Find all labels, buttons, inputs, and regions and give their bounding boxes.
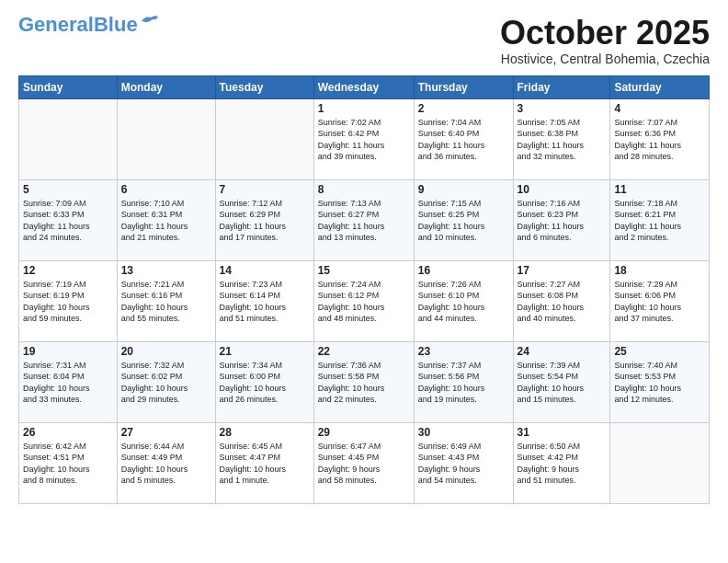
- day-number: 31: [518, 426, 607, 439]
- day-number: 29: [318, 426, 410, 439]
- col-friday: Friday: [513, 75, 610, 98]
- table-row: 9Sunrise: 7:15 AM Sunset: 6:25 PM Daylig…: [414, 179, 513, 260]
- day-info: Sunrise: 6:45 AM Sunset: 4:47 PM Dayligh…: [220, 441, 310, 487]
- day-info: Sunrise: 7:09 AM Sunset: 6:33 PM Dayligh…: [23, 198, 113, 244]
- day-number: 18: [614, 264, 705, 277]
- table-row: 18Sunrise: 7:29 AM Sunset: 6:06 PM Dayli…: [610, 260, 710, 341]
- table-row: 24Sunrise: 7:39 AM Sunset: 5:54 PM Dayli…: [513, 341, 610, 422]
- table-row: [215, 98, 313, 179]
- day-info: Sunrise: 7:40 AM Sunset: 5:53 PM Dayligh…: [614, 360, 705, 406]
- col-saturday: Saturday: [610, 75, 710, 98]
- table-row: 14Sunrise: 7:23 AM Sunset: 6:14 PM Dayli…: [215, 260, 313, 341]
- day-number: 9: [418, 183, 509, 196]
- day-info: Sunrise: 7:31 AM Sunset: 6:04 PM Dayligh…: [23, 360, 113, 406]
- day-info: Sunrise: 7:18 AM Sunset: 6:21 PM Dayligh…: [614, 198, 705, 244]
- day-number: 23: [418, 345, 509, 358]
- table-row: 25Sunrise: 7:40 AM Sunset: 5:53 PM Dayli…: [610, 341, 710, 422]
- day-info: Sunrise: 7:16 AM Sunset: 6:23 PM Dayligh…: [518, 198, 607, 244]
- day-info: Sunrise: 7:07 AM Sunset: 6:36 PM Dayligh…: [614, 117, 705, 163]
- day-info: Sunrise: 7:02 AM Sunset: 6:42 PM Dayligh…: [318, 117, 410, 163]
- day-info: Sunrise: 7:36 AM Sunset: 5:58 PM Dayligh…: [318, 360, 410, 406]
- table-row: 2Sunrise: 7:04 AM Sunset: 6:40 PM Daylig…: [414, 98, 513, 179]
- day-info: Sunrise: 7:12 AM Sunset: 6:29 PM Dayligh…: [220, 198, 310, 244]
- day-info: Sunrise: 7:23 AM Sunset: 6:14 PM Dayligh…: [220, 279, 310, 325]
- table-row: 30Sunrise: 6:49 AM Sunset: 4:43 PM Dayli…: [414, 422, 513, 503]
- table-row: [610, 422, 710, 503]
- day-number: 24: [518, 345, 607, 358]
- col-tuesday: Tuesday: [215, 75, 313, 98]
- day-info: Sunrise: 7:10 AM Sunset: 6:31 PM Dayligh…: [121, 198, 211, 244]
- day-info: Sunrise: 7:13 AM Sunset: 6:27 PM Dayligh…: [318, 198, 410, 244]
- day-info: Sunrise: 7:21 AM Sunset: 6:16 PM Dayligh…: [121, 279, 211, 325]
- title-block: October 2025 Hostivice, Central Bohemia,…: [500, 15, 710, 66]
- day-number: 16: [418, 264, 509, 277]
- day-number: 10: [518, 183, 607, 196]
- day-number: 3: [518, 102, 607, 115]
- table-row: 4Sunrise: 7:07 AM Sunset: 6:36 PM Daylig…: [610, 98, 710, 179]
- table-row: 1Sunrise: 7:02 AM Sunset: 6:42 PM Daylig…: [313, 98, 414, 179]
- day-number: 26: [23, 426, 113, 439]
- day-info: Sunrise: 7:32 AM Sunset: 6:02 PM Dayligh…: [121, 360, 211, 406]
- day-info: Sunrise: 6:49 AM Sunset: 4:43 PM Dayligh…: [418, 441, 509, 487]
- header: GeneralBlue October 2025 Hostivice, Cent…: [18, 15, 710, 66]
- calendar-week-row: 5Sunrise: 7:09 AM Sunset: 6:33 PM Daylig…: [19, 179, 710, 260]
- day-number: 6: [121, 183, 211, 196]
- month-title: October 2025: [500, 15, 710, 52]
- day-number: 13: [121, 264, 211, 277]
- day-info: Sunrise: 7:34 AM Sunset: 6:00 PM Dayligh…: [220, 360, 310, 406]
- calendar-header-row: Sunday Monday Tuesday Wednesday Thursday…: [19, 75, 710, 98]
- day-info: Sunrise: 7:37 AM Sunset: 5:56 PM Dayligh…: [418, 360, 509, 406]
- table-row: 19Sunrise: 7:31 AM Sunset: 6:04 PM Dayli…: [19, 341, 118, 422]
- day-number: 11: [614, 183, 705, 196]
- col-wednesday: Wednesday: [313, 75, 414, 98]
- table-row: 12Sunrise: 7:19 AM Sunset: 6:19 PM Dayli…: [19, 260, 118, 341]
- day-number: 22: [318, 345, 410, 358]
- table-row: 17Sunrise: 7:27 AM Sunset: 6:08 PM Dayli…: [513, 260, 610, 341]
- table-row: 16Sunrise: 7:26 AM Sunset: 6:10 PM Dayli…: [414, 260, 513, 341]
- day-info: Sunrise: 7:29 AM Sunset: 6:06 PM Dayligh…: [614, 279, 705, 325]
- day-number: 27: [121, 426, 211, 439]
- table-row: 11Sunrise: 7:18 AM Sunset: 6:21 PM Dayli…: [610, 179, 710, 260]
- day-number: 4: [614, 102, 705, 115]
- table-row: 3Sunrise: 7:05 AM Sunset: 6:38 PM Daylig…: [513, 98, 610, 179]
- day-number: 5: [23, 183, 113, 196]
- table-row: 28Sunrise: 6:45 AM Sunset: 4:47 PM Dayli…: [215, 422, 313, 503]
- table-row: 31Sunrise: 6:50 AM Sunset: 4:42 PM Dayli…: [513, 422, 610, 503]
- day-number: 28: [220, 426, 310, 439]
- day-number: 1: [318, 102, 410, 115]
- logo-blue: Blue: [94, 13, 138, 36]
- day-info: Sunrise: 6:47 AM Sunset: 4:45 PM Dayligh…: [318, 441, 410, 487]
- day-number: 12: [23, 264, 113, 277]
- day-info: Sunrise: 6:42 AM Sunset: 4:51 PM Dayligh…: [23, 441, 113, 487]
- table-row: 26Sunrise: 6:42 AM Sunset: 4:51 PM Dayli…: [19, 422, 118, 503]
- calendar-table: Sunday Monday Tuesday Wednesday Thursday…: [18, 75, 710, 504]
- day-info: Sunrise: 7:04 AM Sunset: 6:40 PM Dayligh…: [418, 117, 509, 163]
- logo-bird-icon: [140, 14, 160, 29]
- table-row: 22Sunrise: 7:36 AM Sunset: 5:58 PM Dayli…: [313, 341, 414, 422]
- table-row: 15Sunrise: 7:24 AM Sunset: 6:12 PM Dayli…: [313, 260, 414, 341]
- col-sunday: Sunday: [19, 75, 118, 98]
- day-info: Sunrise: 6:50 AM Sunset: 4:42 PM Dayligh…: [518, 441, 607, 487]
- day-number: 2: [418, 102, 509, 115]
- calendar-week-row: 19Sunrise: 7:31 AM Sunset: 6:04 PM Dayli…: [19, 341, 710, 422]
- logo: GeneralBlue: [18, 15, 160, 35]
- table-row: 10Sunrise: 7:16 AM Sunset: 6:23 PM Dayli…: [513, 179, 610, 260]
- table-row: 6Sunrise: 7:10 AM Sunset: 6:31 PM Daylig…: [117, 179, 215, 260]
- calendar-week-row: 12Sunrise: 7:19 AM Sunset: 6:19 PM Dayli…: [19, 260, 710, 341]
- table-row: 29Sunrise: 6:47 AM Sunset: 4:45 PM Dayli…: [313, 422, 414, 503]
- day-number: 8: [318, 183, 410, 196]
- day-number: 15: [318, 264, 410, 277]
- table-row: [117, 98, 215, 179]
- table-row: [19, 98, 118, 179]
- table-row: 7Sunrise: 7:12 AM Sunset: 6:29 PM Daylig…: [215, 179, 313, 260]
- day-info: Sunrise: 7:05 AM Sunset: 6:38 PM Dayligh…: [518, 117, 607, 163]
- day-number: 21: [220, 345, 310, 358]
- table-row: 13Sunrise: 7:21 AM Sunset: 6:16 PM Dayli…: [117, 260, 215, 341]
- day-number: 20: [121, 345, 211, 358]
- page: GeneralBlue October 2025 Hostivice, Cent…: [0, 0, 728, 563]
- table-row: 21Sunrise: 7:34 AM Sunset: 6:00 PM Dayli…: [215, 341, 313, 422]
- day-info: Sunrise: 7:24 AM Sunset: 6:12 PM Dayligh…: [318, 279, 410, 325]
- day-info: Sunrise: 6:44 AM Sunset: 4:49 PM Dayligh…: [121, 441, 211, 487]
- table-row: 20Sunrise: 7:32 AM Sunset: 6:02 PM Dayli…: [117, 341, 215, 422]
- day-info: Sunrise: 7:39 AM Sunset: 5:54 PM Dayligh…: [518, 360, 607, 406]
